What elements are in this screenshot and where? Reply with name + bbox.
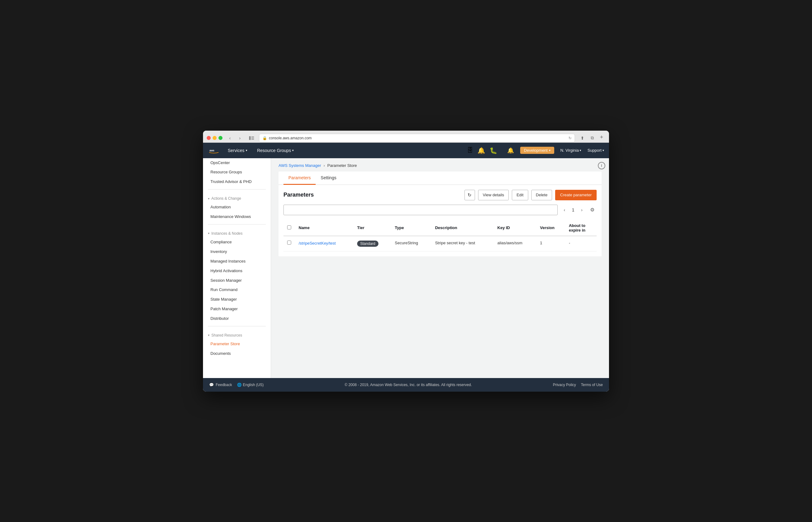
table-settings-button[interactable]: ⚙ xyxy=(588,206,597,214)
info-icon[interactable]: i xyxy=(598,162,605,169)
tabs-bar: Parameters Settings xyxy=(278,172,602,185)
table-header-row: Name Tier Type Description Key ID Versio… xyxy=(284,220,597,236)
row-tier: Standard xyxy=(353,236,391,252)
sidebar-toggle-button[interactable] xyxy=(247,134,256,142)
sidebar-item-inventory[interactable]: Inventory xyxy=(203,247,271,257)
breadcrumb-parent[interactable]: AWS Systems Manager xyxy=(278,163,321,168)
bell-icon[interactable]: 🔔 xyxy=(478,147,485,154)
feedback-button[interactable]: 💬 Feedback xyxy=(209,383,232,387)
sidebar: OpsCenter Resource Groups Trusted Adviso… xyxy=(203,158,271,378)
services-nav-item[interactable]: Services ▾ xyxy=(226,147,249,154)
aws-logo[interactable]: aws xyxy=(208,146,220,155)
footer: 💬 Feedback 🌐 English (US) © 2008 - 2019,… xyxy=(203,378,609,392)
col-header-type: Type xyxy=(391,220,431,236)
sidebar-item-compliance[interactable]: Compliance xyxy=(203,238,271,247)
globe-icon: 🌐 xyxy=(237,383,242,387)
traffic-lights xyxy=(207,136,223,140)
footer-links: Privacy Policy Terms of Use xyxy=(553,383,603,387)
add-tab-button[interactable]: + xyxy=(598,134,605,141)
sidebar-item-trusted-advisor[interactable]: Trusted Advisor & PHD xyxy=(203,177,271,187)
sidebar-item-patch-manager[interactable]: Patch Manager xyxy=(203,304,271,314)
sidebar-item-parameter-store[interactable]: Parameter Store xyxy=(203,339,271,349)
prev-page-button[interactable]: ‹ xyxy=(560,206,569,214)
divider-2 xyxy=(208,224,266,224)
param-name-link[interactable]: /stripeSecretKey/test xyxy=(299,241,336,245)
col-header-description: Description xyxy=(431,220,494,236)
support-label: Support xyxy=(587,148,602,153)
tab-settings[interactable]: Settings xyxy=(316,172,341,185)
privacy-policy-link[interactable]: Privacy Policy xyxy=(553,383,576,387)
edit-button[interactable]: Edit xyxy=(512,190,528,200)
region-selector[interactable]: N. Virginia ▾ xyxy=(560,148,581,153)
search-input[interactable] xyxy=(284,205,558,215)
page-number: 1 xyxy=(570,207,576,213)
parameters-table: Name Tier Type Description Key ID Versio… xyxy=(284,220,597,252)
back-button[interactable]: ‹ xyxy=(226,134,234,142)
sidebar-item-resource-groups[interactable]: Resource Groups xyxy=(203,167,271,177)
fullscreen-button[interactable] xyxy=(218,136,223,140)
dev-badge-label: Development xyxy=(524,148,548,153)
feedback-label: Feedback xyxy=(216,383,232,387)
notification-bell[interactable]: 🔔 xyxy=(507,147,514,154)
col-header-about-to-expire: About toexpire in xyxy=(565,220,597,236)
svg-text:aws: aws xyxy=(209,149,214,152)
section-instances-nodes: Instances & Nodes xyxy=(203,227,271,238)
sidebar-item-hybrid-activations[interactable]: Hybrid Activations xyxy=(203,266,271,276)
forward-button[interactable]: › xyxy=(235,134,244,142)
refresh-button[interactable]: ↻ xyxy=(464,190,475,200)
language-selector[interactable]: 🌐 English (US) xyxy=(237,383,264,387)
delete-button[interactable]: Delete xyxy=(531,190,553,200)
next-page-button[interactable]: › xyxy=(578,206,586,214)
terms-of-use-link[interactable]: Terms of Use xyxy=(581,383,603,387)
environment-badge[interactable]: Development ▾ xyxy=(520,147,554,154)
sidebar-item-opscenter[interactable]: OpsCenter xyxy=(203,158,271,168)
minimize-button[interactable] xyxy=(213,136,216,140)
sidebar-item-session-manager[interactable]: Session Manager xyxy=(203,276,271,285)
svg-rect-0 xyxy=(249,136,251,140)
create-parameter-button[interactable]: Create parameter xyxy=(555,190,597,200)
support-chevron: ▾ xyxy=(603,148,604,152)
address-bar[interactable]: 🔒 console.aws.amazon.com ↻ xyxy=(259,134,575,142)
sidebar-item-state-manager[interactable]: State Manager xyxy=(203,295,271,304)
bug-icon[interactable]: 🐛 xyxy=(490,147,497,154)
feedback-icon: 💬 xyxy=(209,383,214,387)
sidebar-item-documents[interactable]: Documents xyxy=(203,349,271,359)
aws-top-nav: aws Services ▾ Resource Groups ▾ 🗄 🔔 🐛 🔔… xyxy=(203,143,609,158)
sidebar-item-automation[interactable]: Automation xyxy=(203,202,271,212)
col-header-name: Name xyxy=(295,220,353,236)
sidebar-item-distributor[interactable]: Distributor xyxy=(203,314,271,324)
tier-badge: Standard xyxy=(357,241,378,247)
services-label: Services xyxy=(228,148,245,153)
db-icon[interactable]: 🗄 xyxy=(467,147,473,154)
view-details-button[interactable]: View details xyxy=(478,190,509,200)
sidebar-item-managed-instances[interactable]: Managed Instances xyxy=(203,257,271,266)
tab-parameters[interactable]: Parameters xyxy=(284,172,316,185)
parameters-title: Parameters xyxy=(284,192,314,198)
info-icon-wrapper: i xyxy=(598,162,605,169)
table-row[interactable]: /stripeSecretKey/test Standard SecureStr… xyxy=(284,236,597,252)
col-header-checkbox xyxy=(284,220,295,236)
sidebar-item-run-command[interactable]: Run Command xyxy=(203,285,271,295)
row-about-to-expire: - xyxy=(565,236,597,252)
support-menu[interactable]: Support ▾ xyxy=(587,148,604,153)
footer-copyright: © 2008 - 2019, Amazon Web Services, Inc.… xyxy=(264,383,553,387)
params-header: Parameters ↻ View details Edit Delete Cr… xyxy=(284,190,597,200)
col-header-key-id: Key ID xyxy=(494,220,536,236)
close-button[interactable] xyxy=(207,136,211,140)
select-all-checkbox[interactable] xyxy=(287,225,291,229)
new-tab-button[interactable]: ⧉ xyxy=(588,134,597,142)
content-panel: Parameters Settings Parameters ↻ View de… xyxy=(278,172,602,256)
resource-groups-nav-item[interactable]: Resource Groups ▾ xyxy=(255,147,296,154)
footer-left: 💬 Feedback 🌐 English (US) xyxy=(209,383,264,387)
url-text: console.aws.amazon.com xyxy=(269,136,312,140)
row-checkbox[interactable] xyxy=(287,241,291,245)
parameters-section: Parameters ↻ View details Edit Delete Cr… xyxy=(278,185,602,256)
reload-icon[interactable]: ↻ xyxy=(568,136,571,140)
share-button[interactable]: ⬆ xyxy=(578,134,587,142)
sidebar-item-maintenance-windows[interactable]: Maintenance Windows xyxy=(203,212,271,222)
region-chevron: ▾ xyxy=(580,148,581,152)
row-name: /stripeSecretKey/test xyxy=(295,236,353,252)
divider-1 xyxy=(208,189,266,189)
resource-groups-chevron: ▾ xyxy=(292,148,294,152)
section-actions-change: Actions & Change xyxy=(203,192,271,202)
